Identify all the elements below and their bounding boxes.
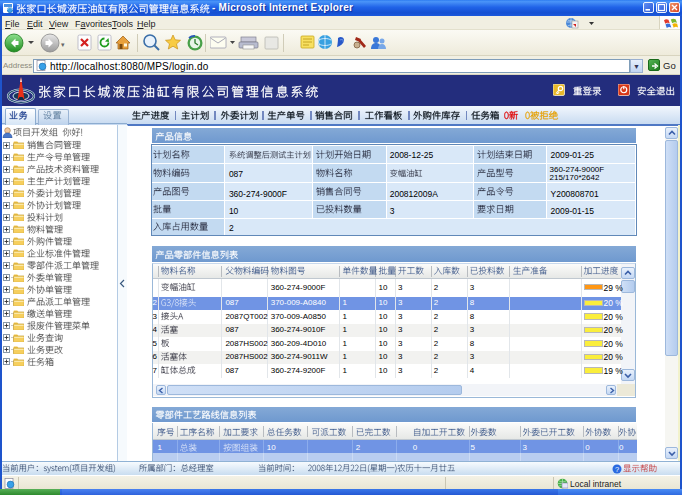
svg-text:?: ? xyxy=(615,465,619,474)
